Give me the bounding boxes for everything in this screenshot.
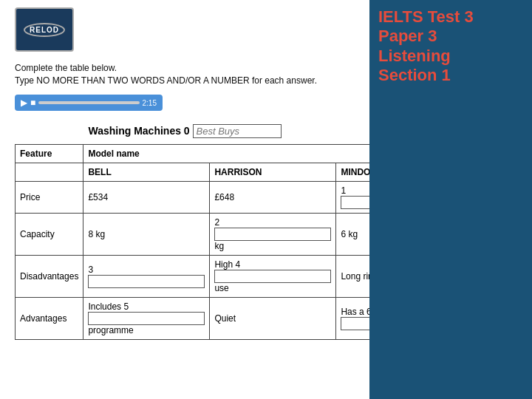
feature-disadvantages: Disadvantages — [16, 256, 83, 298]
advantages-harrison: Quiet — [210, 298, 336, 340]
table-title: Washing Machines 0 — [15, 124, 355, 138]
disadvantages-bell-input[interactable] — [88, 275, 205, 288]
logo: RELOD — [15, 7, 74, 52]
feature-price: Price — [16, 182, 83, 214]
feature-capacity: Capacity — [16, 214, 83, 256]
logo-area: RELOD — [15, 7, 355, 52]
audio-time: 2:15 — [143, 99, 157, 107]
brand-harrison: HARRISON — [210, 163, 336, 182]
brand-bell: BELL — [83, 163, 210, 182]
right-title: IELTS Test 3 Paper 3 Listening Section 1 — [378, 7, 474, 86]
capacity-harrison: 2 kg — [210, 214, 336, 256]
table-title-text: Washing Machines 0 — [88, 125, 189, 137]
instruction-line2: Type NO MORE THAN TWO WORDS AND/OR A NUM… — [15, 75, 355, 86]
price-harrison: £648 — [210, 182, 336, 214]
capacity-harrison-input[interactable] — [214, 228, 331, 241]
stop-button[interactable]: ■ — [30, 98, 35, 108]
right-title-line4: Section 1 — [378, 66, 451, 84]
audio-player[interactable]: ▶ ■ 2:15 — [15, 95, 163, 111]
capacity-bell: 8 kg — [83, 214, 210, 256]
instructions: Complete the table below. Type NO MORE T… — [15, 63, 355, 86]
price-bell: £534 — [83, 182, 210, 214]
disadvantages-harrison-input[interactable] — [214, 270, 331, 283]
audio-track[interactable] — [38, 101, 139, 104]
advantages-bell: Includes 5 programme — [83, 298, 210, 340]
disadvantages-bell: 3 — [83, 256, 210, 298]
right-title-line2: Paper 3 — [378, 27, 437, 45]
right-title-line3: Listening — [378, 47, 451, 65]
brand-empty — [16, 163, 83, 182]
title-input[interactable] — [193, 124, 282, 138]
col-feature: Feature — [16, 145, 83, 163]
right-panel: IELTS Test 3 Paper 3 Listening Section 1 — [369, 0, 532, 399]
advantages-bell-input[interactable] — [88, 312, 205, 325]
feature-advantages: Advantages — [16, 298, 83, 340]
logo-oval: RELOD — [24, 23, 65, 37]
play-button[interactable]: ▶ — [21, 98, 27, 108]
right-title-line1: IELTS Test 3 — [378, 7, 474, 26]
left-panel: RELOD Complete the table below. Type NO … — [0, 0, 369, 399]
instruction-line1: Complete the table below. — [15, 63, 355, 73]
disadvantages-harrison: High 4 use — [210, 256, 336, 298]
